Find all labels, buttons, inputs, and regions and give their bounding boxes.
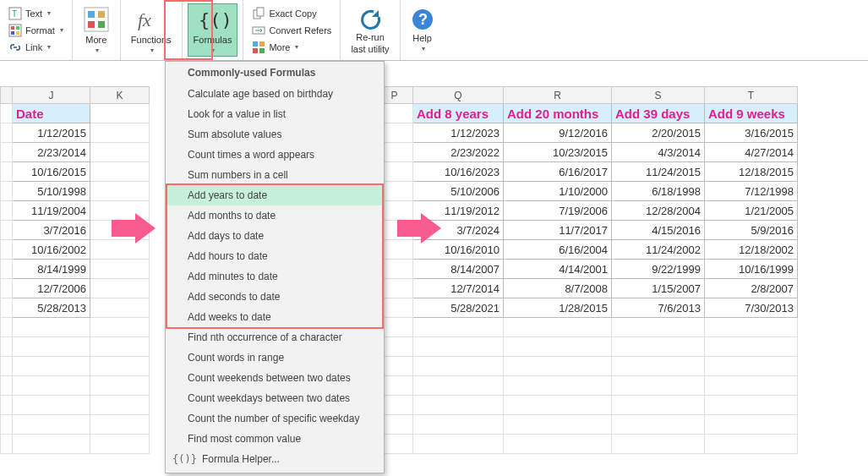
- cell[interactable]: [705, 415, 798, 435]
- cell-Q[interactable]: 5/10/2006: [413, 182, 504, 201]
- cell[interactable]: [1, 415, 13, 435]
- cell[interactable]: [1, 240, 13, 260]
- cell[interactable]: [1, 182, 13, 201]
- cell[interactable]: [1, 396, 13, 415]
- cell-S[interactable]: 11/24/2002: [612, 240, 705, 260]
- cell-S[interactable]: 2/20/2015: [612, 123, 705, 143]
- cell[interactable]: [90, 104, 150, 123]
- cell[interactable]: [705, 376, 798, 396]
- cell[interactable]: [1, 260, 13, 279]
- cell[interactable]: [1, 376, 13, 396]
- col-header-J[interactable]: J: [13, 87, 90, 104]
- cell-R[interactable]: 1/10/2000: [504, 182, 612, 201]
- cell[interactable]: [705, 396, 798, 415]
- cell-R[interactable]: 4/14/2001: [504, 260, 612, 279]
- col-header-S[interactable]: S: [612, 87, 705, 104]
- cell[interactable]: [612, 357, 705, 376]
- cell[interactable]: [1, 279, 13, 298]
- text-button[interactable]: T Text▾: [5, 5, 67, 22]
- cell[interactable]: [1, 318, 13, 337]
- cell[interactable]: [612, 396, 705, 415]
- dropdown-item[interactable]: Add minutes to date: [166, 266, 384, 287]
- col-header-R[interactable]: R: [504, 87, 612, 104]
- cell[interactable]: [90, 376, 150, 396]
- dropdown-item[interactable]: Add seconds to date: [166, 287, 384, 307]
- col-header-K[interactable]: K: [90, 87, 150, 104]
- dropdown-formula-helper[interactable]: {()} Formula Helper...: [166, 449, 384, 469]
- cell[interactable]: [1, 123, 13, 143]
- cell[interactable]: [504, 396, 612, 415]
- cell[interactable]: [13, 435, 90, 454]
- cell[interactable]: [1, 298, 13, 318]
- more-button-2[interactable]: More▾: [248, 39, 335, 56]
- dropdown-item[interactable]: Find nth occurrence of a character: [166, 327, 384, 347]
- cell[interactable]: [90, 396, 150, 415]
- cell-S[interactable]: 1/15/2007: [612, 279, 705, 298]
- cell-R[interactable]: 11/7/2017: [504, 221, 612, 240]
- cell-R[interactable]: 1/28/2015: [504, 298, 612, 318]
- cell[interactable]: [90, 182, 150, 201]
- cell-R[interactable]: 10/23/2015: [504, 143, 612, 162]
- col-header-blank[interactable]: [1, 87, 13, 104]
- cell-date[interactable]: 8/14/1999: [13, 260, 90, 279]
- cell[interactable]: [1, 201, 13, 221]
- cell-T[interactable]: 7/12/1998: [705, 182, 798, 201]
- cell[interactable]: [612, 415, 705, 435]
- cell-S[interactable]: 7/6/2013: [612, 298, 705, 318]
- cell[interactable]: [90, 298, 150, 318]
- col-header-T[interactable]: T: [705, 87, 798, 104]
- dropdown-item[interactable]: Add days to date: [166, 226, 384, 246]
- cell-S[interactable]: 11/24/2015: [612, 162, 705, 182]
- formulas-button[interactable]: {()} Formulas ▾: [188, 3, 238, 57]
- link-button[interactable]: Link▾: [5, 39, 67, 56]
- cell-T[interactable]: 10/16/1999: [705, 260, 798, 279]
- cell[interactable]: [90, 162, 150, 182]
- cell[interactable]: [504, 376, 612, 396]
- dropdown-item[interactable]: Count times a word appears: [166, 145, 384, 165]
- functions-button[interactable]: fx Functions ▾: [126, 4, 177, 56]
- cell-date[interactable]: 2/23/2014: [13, 143, 90, 162]
- cell-Q[interactable]: 1/12/2023: [413, 123, 504, 143]
- exact-copy-button[interactable]: Exact Copy: [248, 5, 335, 22]
- cell[interactable]: [413, 337, 504, 357]
- cell[interactable]: [504, 357, 612, 376]
- cell-S[interactable]: 6/18/1998: [612, 182, 705, 201]
- format-button[interactable]: Format▾: [5, 22, 67, 39]
- cell-header-Q[interactable]: Add 8 years: [413, 104, 504, 123]
- cell-Q[interactable]: 8/14/2007: [413, 260, 504, 279]
- cell-Q[interactable]: 10/16/2023: [413, 162, 504, 182]
- cell-header-T[interactable]: Add 9 weeks: [705, 104, 798, 123]
- cell-T[interactable]: 12/18/2015: [705, 162, 798, 182]
- cell-Q[interactable]: 5/28/2021: [413, 298, 504, 318]
- cell-R[interactable]: 7/19/2006: [504, 201, 612, 221]
- cell-date[interactable]: 12/7/2006: [13, 279, 90, 298]
- cell-R[interactable]: 9/12/2016: [504, 123, 612, 143]
- cell-date[interactable]: 1/12/2015: [13, 123, 90, 143]
- cell[interactable]: [413, 318, 504, 337]
- cell[interactable]: [413, 415, 504, 435]
- dropdown-item[interactable]: Look for a value in list: [166, 104, 384, 124]
- cell-header-date[interactable]: Date: [13, 104, 90, 123]
- cell-S[interactable]: 12/28/2004: [612, 201, 705, 221]
- cell[interactable]: [705, 337, 798, 357]
- dropdown-item[interactable]: Add months to date: [166, 205, 384, 226]
- cell[interactable]: [1, 221, 13, 240]
- cell[interactable]: [90, 415, 150, 435]
- dropdown-item[interactable]: Count words in range: [166, 347, 384, 368]
- cell-header-R[interactable]: Add 20 months: [504, 104, 612, 123]
- cell-T[interactable]: 7/30/2013: [705, 298, 798, 318]
- cell-S[interactable]: 9/22/1999: [612, 260, 705, 279]
- dropdown-item[interactable]: Count the number of specific weekday: [166, 408, 384, 429]
- cell[interactable]: [1, 435, 13, 454]
- convert-refers-button[interactable]: Convert Refers: [248, 22, 335, 39]
- dropdown-item[interactable]: Find most common value: [166, 429, 384, 449]
- cell-R[interactable]: 6/16/2017: [504, 162, 612, 182]
- rerun-button[interactable]: Re-run last utility: [346, 5, 394, 56]
- dropdown-item[interactable]: Sum absolute values: [166, 124, 384, 145]
- cell[interactable]: [413, 376, 504, 396]
- cell-S[interactable]: 4/3/2014: [612, 143, 705, 162]
- cell[interactable]: [13, 318, 90, 337]
- cell-T[interactable]: 1/21/2005: [705, 201, 798, 221]
- dropdown-item[interactable]: Add years to date: [166, 185, 384, 205]
- cell-S[interactable]: 4/15/2016: [612, 221, 705, 240]
